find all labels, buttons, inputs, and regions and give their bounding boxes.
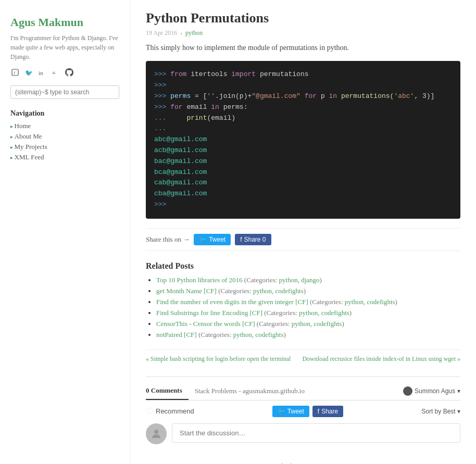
post-intro: This simply how to implement the module … [146,42,460,54]
related-cats: (Categories: python, codefights) [218,287,306,295]
cat-link[interactable]: python [299,309,318,317]
nav-list: Home About Me My Projects XML Feed [10,122,119,161]
cat-link[interactable]: python [345,298,364,306]
cat-link[interactable]: codefights [275,287,304,295]
post-title: Python Permutations [146,10,460,26]
related-link[interactable]: Find the number of even digits in the gi… [156,298,308,306]
cat-link[interactable]: python [279,276,298,284]
cat-link[interactable]: python [233,331,252,338]
related-title: Related Posts [146,261,460,271]
sort-button[interactable]: Sort by Best ▾ [421,408,460,415]
cat-link[interactable]: codefights [321,309,349,317]
tweet-icon-small: 🐦 [278,408,285,415]
list-item: Top 10 Python libraries of 2016 (Categor… [156,276,460,284]
list-item: notPaired [CF] (Categories: python, code… [156,331,460,339]
post-meta: 19 Apr 2016 › python [146,29,460,37]
cat-link[interactable]: python [292,320,310,328]
list-item: Find Substrings for line Encoding [CF] (… [156,309,460,317]
cat-link[interactable]: codefights [367,298,395,306]
sidebar-item-xml[interactable]: XML Feed [10,153,44,161]
related-cats: (Categories: python, codefights) [198,331,286,338]
sidebar: Agus Makmun I'm Programmer for Python & … [0,0,130,464]
author-name: Agus Makmun [10,16,119,29]
cat-link[interactable]: django [301,276,319,284]
next-post-link[interactable]: Download recrusice files inside index-of… [302,355,460,362]
comments-section: 0 Comments Stack Problems - agusmakmun.g… [146,377,460,464]
recommend-label: Recommend [156,407,194,415]
svg-text:in: in [39,70,43,76]
comments-actions: ♡ Recommend 🐦 Tweet f Share [146,406,460,417]
cat-link[interactable]: codefights [314,320,342,328]
tab-comments[interactable]: 0 Comments [146,382,189,400]
cat-link[interactable]: python [253,287,272,295]
related-cats: (Categories: python, codefights) [264,309,352,317]
related-link[interactable]: Top 10 Python libraries of 2016 [156,276,243,284]
commenter-avatar [146,423,167,444]
fb-icon: f [240,236,242,243]
svg-text:🐦: 🐦 [25,69,32,76]
prev-post: « Simple bash scripting for login before… [146,355,291,363]
svg-point-5 [154,430,158,434]
post-nav: « Simple bash scripting for login before… [146,349,460,368]
sidebar-item-projects[interactable]: My Projects [10,143,47,151]
rss-icon[interactable]: ≡ [51,68,60,77]
post-date: 19 Apr 2016 [146,29,177,36]
list-item: Find the number of even digits in the gi… [156,298,460,306]
sort-chevron-icon: ▾ [457,408,460,415]
post-intro-text: This simply how to implement the module … [146,44,349,52]
comment-input-row [146,423,460,444]
comments-share-button[interactable]: f Share [312,406,343,417]
related-link[interactable]: notPaired [CF] [156,331,197,338]
comments-header: 0 Comments Stack Problems - agusmakmun.g… [146,382,460,400]
svg-text:f: f [14,71,16,76]
related-cats: (Categories: python, codefights) [310,298,397,306]
fb-share-button[interactable]: f Share 0 [235,234,271,245]
github-icon[interactable] [65,68,74,77]
tweet-icon: 🐦 [199,236,207,243]
twitter-icon[interactable]: 🐦 [24,68,33,77]
related-cats: (Categories: python, django) [244,276,322,284]
prev-post-link[interactable]: « Simple bash scripting for login before… [146,355,291,362]
related-section: Related Posts Top 10 Python libraries of… [146,261,460,339]
summon-button[interactable]: Summon Agus ▾ [403,386,460,396]
summon-avatar [403,386,412,396]
summon-label: Summon Agus [415,387,455,395]
tweet-button[interactable]: 🐦 Tweet [194,234,231,245]
code-block: >>> from itertools import permutations >… [146,61,460,218]
related-list: Top 10 Python libraries of 2016 (Categor… [146,276,460,339]
main-content: Python Permutations 19 Apr 2016 › python… [130,0,476,464]
recommend-button[interactable]: ♡ Recommend [146,406,194,416]
comments-tweet-button[interactable]: 🐦 Tweet [272,406,309,417]
sidebar-item-about[interactable]: About Me [10,132,42,140]
share-text: Share this on → [146,235,190,244]
tab-stack-problems[interactable]: Stack Problems - agusmakmun.github.io [189,383,311,399]
list-item: get Month Name [CF] (Categories: python,… [156,287,460,295]
comment-input[interactable] [172,423,460,443]
action-buttons: 🐦 Tweet f Share [272,406,343,417]
related-link[interactable]: Find Substrings for line Encoding [CF] [156,309,262,317]
heart-icon: ♡ [146,406,153,416]
author-bio: I'm Programmer for Python & Django. I've… [10,33,119,61]
summon-chevron-icon: ▾ [457,387,460,395]
related-cats: (Categories: python, codefights) [257,320,344,328]
sidebar-item-home[interactable]: Home [10,122,31,130]
facebook-icon[interactable]: f [10,68,20,77]
search-input[interactable] [10,85,119,99]
fb-icon-small: f [318,408,319,415]
related-link[interactable]: get Month Name [CF] [156,287,217,295]
linkedin-icon[interactable]: in [37,68,47,77]
svg-text:≡: ≡ [52,70,55,76]
next-post: Download recrusice files inside index-of… [302,355,460,363]
be-first-text: Be the first to comment. [146,452,460,464]
related-link[interactable]: CensorThis - Censor the words [CF] [156,320,255,328]
share-section: Share this on → 🐦 Tweet f Share 0 [146,228,460,251]
nav-title: Navigation [10,109,119,118]
post-category[interactable]: python [185,29,203,36]
cat-link[interactable]: codefights [255,331,283,338]
list-item: CensorThis - Censor the words [CF] (Cate… [156,320,460,328]
social-icons: f 🐦 in ≡ [10,68,119,77]
